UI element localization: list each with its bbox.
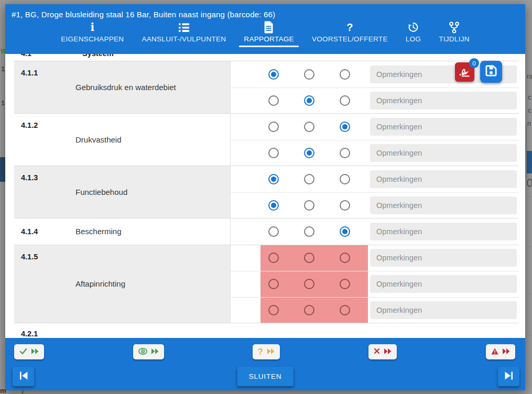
next-object-button[interactable] bbox=[498, 367, 519, 386]
backdrop-block bbox=[0, 157, 5, 182]
answer-radio-1-selected[interactable] bbox=[268, 174, 279, 184]
radio-group bbox=[260, 61, 368, 87]
row-label-cell: 4.1.3Functiebehoud bbox=[14, 166, 231, 218]
comment-input[interactable] bbox=[370, 301, 517, 319]
comment-input[interactable] bbox=[370, 196, 517, 214]
inspect-and-next-button[interactable] bbox=[133, 344, 164, 359]
answer-radio-3[interactable] bbox=[340, 305, 350, 315]
tab-voorstel-offerte[interactable]: ?VOORSTEL/OFFERTE bbox=[311, 21, 389, 47]
report-row: 4.1.4Bescherming bbox=[14, 218, 519, 245]
answer-radio-1[interactable] bbox=[268, 279, 279, 289]
row-answers bbox=[231, 323, 519, 338]
report-table: 4.1Systeem4.1.1Gebruiksdruk en waterdebi… bbox=[14, 54, 519, 338]
comment-input[interactable] bbox=[370, 223, 517, 240]
row-answers bbox=[231, 166, 519, 218]
backdrop-text-fragment: 1 bbox=[1, 65, 5, 73]
comment-input[interactable] bbox=[370, 170, 517, 188]
answer-radio-2[interactable] bbox=[304, 200, 314, 211]
comment-input[interactable] bbox=[370, 92, 517, 110]
previous-object-button[interactable] bbox=[13, 367, 34, 386]
report-row-partial: 4.1Systeem bbox=[14, 54, 519, 61]
answer-subrow bbox=[231, 140, 519, 166]
save-button[interactable] bbox=[480, 61, 502, 83]
tab-label: RAPPORTAGE bbox=[244, 35, 294, 43]
fast-forward-icon bbox=[151, 348, 159, 356]
answer-radio-3[interactable] bbox=[340, 200, 350, 211]
answer-radio-3-selected[interactable] bbox=[340, 226, 350, 237]
radio-group bbox=[260, 166, 368, 192]
warning-and-next-button[interactable] bbox=[486, 344, 515, 359]
question-and-next-button[interactable]: ? bbox=[253, 344, 280, 359]
approve-and-next-button[interactable] bbox=[14, 344, 44, 359]
answer-radio-1[interactable] bbox=[268, 148, 279, 158]
answer-radio-1[interactable] bbox=[268, 226, 279, 237]
radio-group-alert bbox=[260, 298, 368, 323]
comment-input[interactable] bbox=[370, 275, 517, 293]
answer-radio-3[interactable] bbox=[340, 279, 350, 289]
row-name: Systeem bbox=[82, 54, 114, 58]
radio-group-alert bbox=[260, 271, 368, 297]
row-name: Functiebehoud bbox=[75, 188, 127, 196]
tab-rapportage[interactable]: RAPPORTAGE bbox=[243, 21, 295, 47]
answer-radio-2[interactable] bbox=[304, 122, 314, 132]
answer-radio-2-selected[interactable] bbox=[304, 148, 314, 158]
tab-eigenschappen[interactable]: iEIGENSCHAPPEN bbox=[60, 21, 125, 47]
fast-forward-icon bbox=[267, 348, 275, 356]
row-number: 4.1.3 bbox=[14, 166, 75, 218]
radio-zone bbox=[231, 298, 368, 323]
radio-group-alert bbox=[260, 245, 368, 271]
comment-input[interactable] bbox=[370, 144, 517, 162]
answer-radio-3[interactable] bbox=[340, 69, 350, 80]
tab-label: VOORSTEL/OFFERTE bbox=[312, 35, 388, 43]
tab-label: LOG bbox=[406, 35, 421, 43]
answer-radio-3-selected[interactable] bbox=[340, 122, 350, 132]
answer-radio-2[interactable] bbox=[304, 253, 314, 263]
timeline-icon bbox=[448, 21, 460, 33]
tab-tijdlijn[interactable]: TIJDLIJN bbox=[438, 21, 471, 47]
answer-radio-2-selected[interactable] bbox=[304, 95, 314, 106]
answer-radio-1[interactable] bbox=[268, 253, 279, 263]
answer-radio-1-selected[interactable] bbox=[268, 69, 279, 80]
comment-input[interactable] bbox=[370, 118, 517, 136]
radio-group bbox=[260, 193, 368, 218]
close-button[interactable]: SLUITEN bbox=[237, 367, 294, 386]
tab-aansluit-vulpunten[interactable]: AANSLUIT-/VULPUNTEN bbox=[140, 21, 227, 47]
answer-radio-1[interactable] bbox=[268, 95, 279, 106]
dialog-footer: ? SLUITEN bbox=[5, 338, 525, 390]
answer-radio-3[interactable] bbox=[340, 95, 350, 106]
signature-button[interactable]: 0 bbox=[455, 62, 474, 82]
answer-radio-2[interactable] bbox=[304, 279, 314, 289]
answer-radio-3[interactable] bbox=[340, 148, 350, 158]
list-icon bbox=[178, 21, 190, 33]
radio-group bbox=[260, 140, 368, 166]
warning-icon bbox=[491, 348, 498, 356]
radio-zone bbox=[231, 114, 368, 140]
answer-radio-2[interactable] bbox=[304, 174, 314, 184]
answer-radio-2[interactable] bbox=[304, 226, 314, 237]
info-icon: i bbox=[90, 21, 94, 33]
reject-and-next-button[interactable] bbox=[368, 344, 397, 359]
row-name: Drukvastheid bbox=[75, 135, 122, 144]
quick-answer-row: ? bbox=[5, 338, 525, 359]
report-row: 4.2.1 bbox=[14, 323, 519, 338]
history-icon bbox=[407, 21, 419, 33]
backdrop-block bbox=[526, 151, 532, 173]
check-icon bbox=[19, 348, 27, 356]
answer-radio-2[interactable] bbox=[304, 305, 314, 315]
question-icon: ? bbox=[346, 21, 353, 33]
answer-radio-1-selected[interactable] bbox=[268, 200, 279, 211]
backdrop-text-fragment: c bbox=[528, 106, 531, 114]
tab-log[interactable]: LOG bbox=[405, 21, 422, 47]
fast-forward-icon bbox=[503, 348, 510, 356]
backdrop-text-fragment: c bbox=[528, 93, 531, 101]
answer-radio-3[interactable] bbox=[340, 253, 350, 263]
answer-radio-1[interactable] bbox=[268, 305, 279, 315]
tab-bar: iEIGENSCHAPPENAANSLUIT-/VULPUNTENRAPPORT… bbox=[12, 21, 519, 47]
radio-group bbox=[260, 218, 368, 245]
backdrop-circle bbox=[527, 179, 532, 187]
answer-radio-3[interactable] bbox=[340, 174, 350, 184]
answer-radio-1[interactable] bbox=[268, 122, 279, 132]
answer-radio-2[interactable] bbox=[304, 69, 314, 80]
row-label-cell: 4.1.5Aftapinrichting bbox=[14, 245, 231, 323]
comment-input[interactable] bbox=[370, 249, 517, 267]
